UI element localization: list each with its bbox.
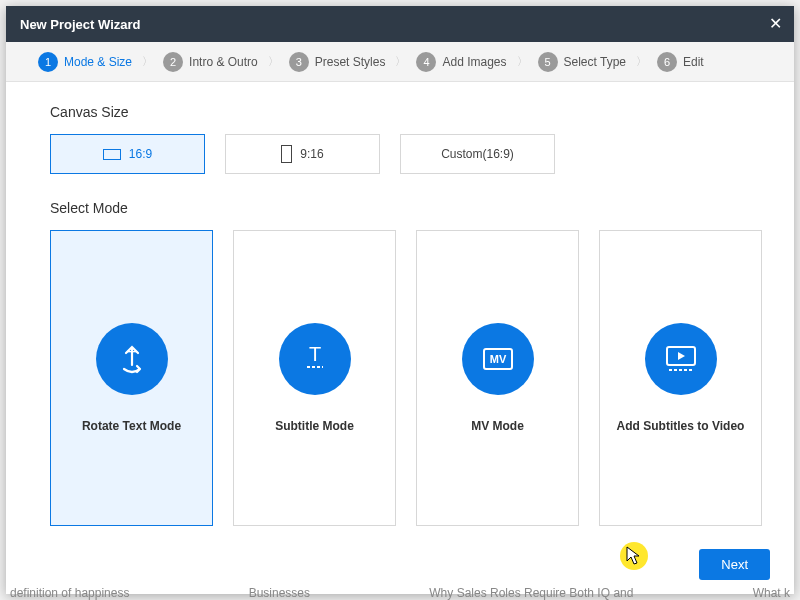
svg-text:MV: MV (489, 353, 506, 365)
window-title: New Project Wizard (20, 17, 141, 32)
subtitle-icon: T (279, 323, 351, 395)
mode-label: Add Subtitles to Video (609, 419, 753, 433)
mode-label: Subtitle Mode (267, 419, 362, 433)
chevron-right-icon: 〉 (142, 54, 153, 69)
step-label: Add Images (442, 55, 506, 69)
aspect-9-16-icon (281, 145, 292, 163)
mv-icon: MV (462, 323, 534, 395)
canvas-option-label: 16:9 (129, 147, 152, 161)
wizard-dialog: New Project Wizard ✕ 1 Mode & Size 〉 2 I… (6, 6, 794, 594)
mode-label: MV Mode (463, 419, 532, 433)
next-button[interactable]: Next (699, 549, 770, 580)
svg-text:T: T (127, 349, 137, 366)
chevron-right-icon: 〉 (517, 54, 528, 69)
wizard-footer: Next (6, 534, 794, 594)
step-label: Edit (683, 55, 704, 69)
mode-rotate-text[interactable]: T Rotate Text Mode (50, 230, 213, 526)
svg-marker-6 (678, 352, 685, 360)
step-preset-styles[interactable]: 3 Preset Styles (289, 52, 386, 72)
step-bar: 1 Mode & Size 〉 2 Intro & Outro 〉 3 Pres… (6, 42, 794, 82)
titlebar: New Project Wizard ✕ (6, 6, 794, 42)
svg-text:T: T (308, 343, 320, 365)
canvas-size-heading: Canvas Size (50, 104, 762, 120)
step-number: 6 (657, 52, 677, 72)
canvas-option-16-9[interactable]: 16:9 (50, 134, 205, 174)
mode-label: Rotate Text Mode (74, 419, 189, 433)
video-subtitle-icon (645, 323, 717, 395)
step-add-images[interactable]: 4 Add Images (416, 52, 506, 72)
close-icon[interactable]: ✕ (769, 14, 782, 33)
step-label: Intro & Outro (189, 55, 258, 69)
step-number: 4 (416, 52, 436, 72)
chevron-right-icon: 〉 (395, 54, 406, 69)
wizard-content: Canvas Size 16:9 9:16 Custom(16:9) Selec… (6, 82, 794, 534)
select-mode-heading: Select Mode (50, 200, 762, 216)
mode-subtitle[interactable]: T Subtitle Mode (233, 230, 396, 526)
aspect-16-9-icon (103, 149, 121, 160)
mode-options: T Rotate Text Mode T Subtitle Mode MV MV… (50, 230, 762, 526)
canvas-size-options: 16:9 9:16 Custom(16:9) (50, 134, 762, 174)
step-label: Preset Styles (315, 55, 386, 69)
step-number: 1 (38, 52, 58, 72)
canvas-option-label: Custom(16:9) (441, 147, 514, 161)
chevron-right-icon: 〉 (268, 54, 279, 69)
mode-mv[interactable]: MV MV Mode (416, 230, 579, 526)
canvas-option-label: 9:16 (300, 147, 323, 161)
step-number: 3 (289, 52, 309, 72)
step-select-type[interactable]: 5 Select Type (538, 52, 626, 72)
mode-add-subtitles-video[interactable]: Add Subtitles to Video (599, 230, 762, 526)
step-intro-outro[interactable]: 2 Intro & Outro (163, 52, 258, 72)
background-peek-text: definition of happiness Businesses Why S… (0, 586, 800, 600)
rotate-text-icon: T (96, 323, 168, 395)
step-number: 5 (538, 52, 558, 72)
step-label: Select Type (564, 55, 626, 69)
chevron-right-icon: 〉 (636, 54, 647, 69)
step-mode-size[interactable]: 1 Mode & Size (38, 52, 132, 72)
canvas-option-custom[interactable]: Custom(16:9) (400, 134, 555, 174)
step-edit[interactable]: 6 Edit (657, 52, 704, 72)
step-label: Mode & Size (64, 55, 132, 69)
step-number: 2 (163, 52, 183, 72)
canvas-option-9-16[interactable]: 9:16 (225, 134, 380, 174)
